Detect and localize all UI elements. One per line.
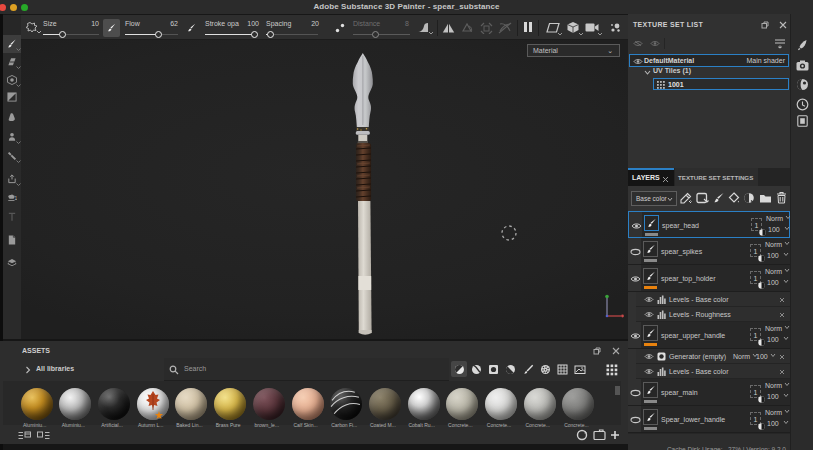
- svg-text:1: 1: [15, 195, 18, 201]
